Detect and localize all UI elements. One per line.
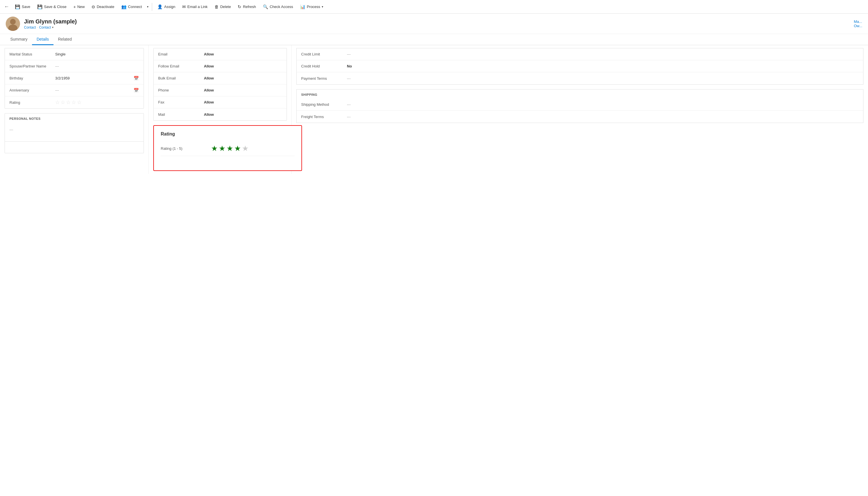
- left-column: Marital Status Single Spouse/Partner Nam…: [0, 45, 149, 174]
- email-pref-row: Email Allow: [154, 48, 287, 60]
- anniversary-label: Anniversary: [10, 88, 55, 92]
- birthday-value[interactable]: 3/2/1959 📅: [55, 76, 139, 81]
- shipping-title: SHIPPING: [296, 90, 863, 99]
- spouse-name-value[interactable]: ---: [55, 64, 139, 68]
- phone-pref-label: Phone: [158, 88, 204, 92]
- subtitle-chevron-icon[interactable]: ▾: [52, 26, 54, 29]
- phone-pref-row: Phone Allow: [154, 84, 287, 96]
- payment-terms-row: Payment Terms ---: [296, 72, 863, 84]
- fax-value[interactable]: Allow: [204, 100, 282, 104]
- credit-hold-row: Credit Hold No: [296, 60, 863, 72]
- star-3: ☆: [66, 99, 71, 106]
- credit-hold-value[interactable]: No: [347, 64, 858, 68]
- billing-card: Credit Limit --- Credit Hold No Payment …: [296, 48, 864, 84]
- assign-icon: 👤: [157, 4, 163, 10]
- breadcrumb-type[interactable]: Contact: [24, 26, 36, 29]
- save-close-label: Save & Close: [44, 4, 67, 9]
- birthday-row: Birthday 3/2/1959 📅: [5, 72, 143, 84]
- freight-terms-value[interactable]: ---: [347, 115, 858, 119]
- process-label: Process: [307, 4, 320, 9]
- record-header: Jim Glynn (sample) Contact · Contact ▾ M…: [0, 14, 868, 34]
- popup-star-5: ★: [242, 144, 248, 153]
- check-access-icon: 🔍: [263, 4, 268, 10]
- anniversary-calendar-icon[interactable]: 📅: [134, 88, 139, 93]
- new-button[interactable]: + New: [70, 3, 88, 11]
- record-name: Jim Glynn (sample): [24, 18, 77, 25]
- rating-popup-stars[interactable]: ★ ★ ★ ★ ★: [211, 144, 248, 153]
- connect-button[interactable]: 👥 Connect: [118, 3, 145, 11]
- birthday-label: Birthday: [10, 76, 55, 80]
- follow-email-label: Follow Email: [158, 64, 204, 68]
- connect-label: Connect: [128, 4, 142, 9]
- bulk-email-row: Bulk Email Allow: [154, 72, 287, 84]
- anniversary-value[interactable]: --- 📅: [55, 88, 139, 93]
- save-label: Save: [22, 4, 30, 9]
- birthday-calendar-icon[interactable]: 📅: [134, 76, 139, 81]
- email-pref-value[interactable]: Allow: [204, 52, 282, 56]
- star-4: ☆: [72, 99, 76, 106]
- deactivate-icon: ⊖: [92, 4, 95, 10]
- marital-status-value[interactable]: Single: [55, 52, 139, 56]
- connect-chevron-button[interactable]: ▾: [146, 3, 150, 10]
- personal-notes-title: PERSONAL NOTES: [5, 113, 143, 123]
- rating-row: Rating ☆ ☆ ☆ ☆ ☆: [5, 96, 143, 108]
- shipping-method-value[interactable]: ---: [347, 102, 858, 107]
- delete-button[interactable]: 🗑 Delete: [212, 3, 234, 11]
- rating-popup-row: Rating (1 - 5) ★ ★ ★ ★ ★: [161, 141, 294, 156]
- check-access-button[interactable]: 🔍 Check Access: [260, 3, 296, 11]
- anniversary-text: ---: [55, 88, 59, 92]
- deactivate-button[interactable]: ⊖ Deactivate: [89, 3, 117, 11]
- email-link-button[interactable]: ✉ Email a Link: [179, 3, 211, 11]
- payment-terms-value[interactable]: ---: [347, 76, 858, 81]
- star-5: ☆: [77, 99, 81, 106]
- save-button[interactable]: 💾 Save: [12, 3, 33, 11]
- personal-notes-card: PERSONAL NOTES ---: [4, 113, 144, 153]
- shipping-method-label: Shipping Method: [301, 102, 347, 107]
- phone-pref-value[interactable]: Allow: [204, 88, 282, 92]
- freight-terms-label: Freight Terms: [301, 115, 347, 119]
- credit-limit-row: Credit Limit ---: [296, 48, 863, 60]
- tab-details[interactable]: Details: [32, 34, 54, 45]
- bulk-email-label: Bulk Email: [158, 76, 204, 80]
- new-label: New: [77, 4, 85, 9]
- payment-terms-label: Payment Terms: [301, 76, 347, 81]
- spouse-name-label: Spouse/Partner Name: [10, 64, 55, 68]
- avatar: [6, 17, 20, 31]
- save-close-button[interactable]: 💾 Save & Close: [34, 3, 70, 11]
- tab-summary[interactable]: Summary: [6, 34, 32, 45]
- popup-star-3: ★: [227, 144, 233, 153]
- spouse-name-row: Spouse/Partner Name ---: [5, 60, 143, 72]
- credit-limit-value[interactable]: ---: [347, 52, 858, 56]
- delete-icon: 🗑: [214, 4, 219, 9]
- contact-owner-role: Ow...: [854, 24, 862, 28]
- follow-email-value[interactable]: Allow: [204, 64, 282, 68]
- tab-related[interactable]: Related: [54, 34, 76, 45]
- svg-point-1: [10, 19, 16, 25]
- follow-email-row: Follow Email Allow: [154, 60, 287, 72]
- refresh-button[interactable]: ↻ Refresh: [235, 3, 259, 11]
- popup-star-1: ★: [211, 144, 218, 153]
- credit-hold-label: Credit Hold: [301, 64, 347, 68]
- breadcrumb-category[interactable]: Contact: [39, 26, 51, 29]
- shipping-method-row: Shipping Method ---: [296, 99, 863, 111]
- record-subtitle: Contact · Contact ▾: [24, 26, 77, 29]
- rating-star-group: ☆ ☆ ☆ ☆ ☆: [55, 99, 81, 106]
- mail-value[interactable]: Allow: [204, 112, 282, 117]
- personal-notes-value[interactable]: ---: [10, 125, 139, 139]
- right-column: Credit Limit --- Credit Hold No Payment …: [292, 45, 868, 174]
- rating-popup-label: Rating (1 - 5): [161, 146, 207, 151]
- back-button[interactable]: ←: [2, 2, 11, 12]
- rating-stars[interactable]: ☆ ☆ ☆ ☆ ☆: [55, 99, 139, 106]
- assign-button[interactable]: 👤 Assign: [154, 3, 178, 11]
- mail-row: Mail Allow: [154, 108, 287, 120]
- middle-column: Email Allow Follow Email Allow Bulk Emai…: [149, 45, 292, 174]
- popup-star-4: ★: [234, 144, 241, 153]
- process-button[interactable]: 📊 Process ▾: [297, 3, 326, 11]
- personal-info-card: Marital Status Single Spouse/Partner Nam…: [4, 48, 144, 109]
- star-1: ☆: [55, 99, 60, 106]
- personal-notes-row: ---: [5, 123, 143, 141]
- email-link-label: Email a Link: [187, 4, 208, 9]
- tab-bar: Summary Details Related: [0, 34, 868, 45]
- bulk-email-value[interactable]: Allow: [204, 76, 282, 80]
- birthday-text: 3/2/1959: [55, 76, 70, 80]
